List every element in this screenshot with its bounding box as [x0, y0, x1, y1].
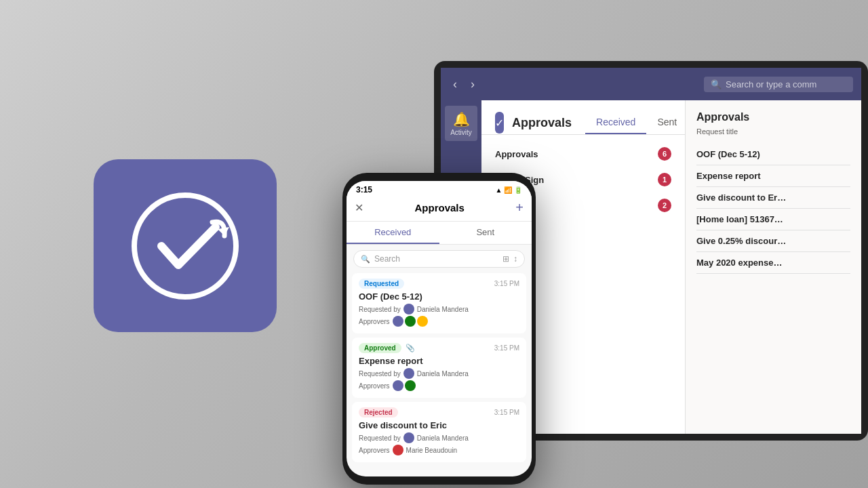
search-input-label[interactable]: Search or type a comm: [726, 79, 816, 89]
item-header-1: Approved 📎 3:15 PM: [359, 343, 519, 353]
search-icon: 🔍: [711, 79, 722, 89]
phone-search-placeholder: Search: [374, 254, 400, 264]
tab-received[interactable]: Received: [585, 111, 646, 134]
avatar-approver-0b: [405, 316, 416, 327]
bell-icon: 🔔: [453, 111, 470, 127]
right-item-5[interactable]: May 2020 expense…: [696, 252, 850, 274]
phone: 3:15 ▲ 📶 🔋 ✕ Approvals + Received Sent 🔍…: [342, 173, 536, 485]
item-title-0: OOF (Dec 5-12): [359, 291, 519, 302]
approvals-icon: ✓: [495, 112, 504, 134]
phone-title: Approvals: [414, 202, 464, 214]
phone-close-button[interactable]: ✕: [355, 201, 363, 214]
avatar-approver-1a: [393, 380, 403, 391]
teams-header: ‹ › 🔍 Search or type a comm: [441, 68, 861, 100]
status-badge-2: Rejected: [359, 407, 398, 418]
approvals-header: ✓ Approvals Received Sent: [481, 100, 685, 135]
item-time-1: 3:15 PM: [494, 344, 519, 352]
nav-back-button[interactable]: ‹: [449, 75, 461, 94]
item-title-1: Expense report: [359, 356, 519, 366]
avatar-1: [403, 368, 414, 379]
phone-screen: 3:15 ▲ 📶 🔋 ✕ Approvals + Received Sent 🔍…: [347, 181, 532, 476]
section-approvals: Approvals 6: [481, 140, 685, 166]
item-meta-requested-by-2: Requested by Daniela Mandera: [359, 432, 519, 443]
phone-status-icons: ▲ 📶 🔋: [496, 186, 522, 194]
avatar-group-1: [393, 380, 416, 391]
filter-icon[interactable]: ⊞: [502, 254, 509, 264]
phone-search-icon: 🔍: [361, 255, 370, 264]
phone-search-bar[interactable]: 🔍 Search ⊞ ↕: [353, 250, 525, 268]
item-time-2: 3:15 PM: [494, 409, 519, 416]
phone-tabs: Received Sent: [347, 222, 532, 245]
avatar-0: [403, 304, 414, 314]
item-meta-approvers-0: Approvers: [359, 316, 519, 327]
right-item-3[interactable]: [Home loan] 51367…: [696, 209, 850, 230]
right-panel-subtitle: Request title: [696, 127, 850, 136]
item-title-2: Give discount to Eric: [359, 420, 519, 430]
phone-tab-sent[interactable]: Sent: [439, 222, 532, 244]
phone-list: Requested 3:15 PM OOF (Dec 5-12) Request…: [347, 273, 532, 476]
right-panel: Approvals Request title OOF (Dec 5-12) E…: [685, 100, 861, 434]
status-badge-1: Approved: [359, 343, 401, 353]
tab-sent[interactable]: Sent: [646, 111, 685, 134]
avatar-approver-2a: [393, 445, 403, 455]
item-meta-approvers-1: Approvers: [359, 380, 519, 391]
item-header-2: Rejected 3:15 PM: [359, 407, 519, 418]
item-header-0: Requested 3:15 PM: [359, 279, 519, 289]
checkmark-icon: ✓: [495, 117, 504, 129]
item-meta-requested-by-0: Requested by Daniela Mandera: [359, 304, 519, 314]
phone-header: ✕ Approvals +: [347, 196, 532, 222]
right-item-0[interactable]: OOF (Dec 5-12): [696, 144, 850, 165]
status-badge-0: Requested: [359, 279, 404, 289]
avatar-2: [403, 432, 414, 443]
phone-add-button[interactable]: +: [515, 200, 524, 216]
avatar-approver-0a: [393, 316, 403, 327]
right-panel-title: Approvals: [696, 111, 850, 123]
search-bar[interactable]: 🔍 Search or type a comm: [704, 77, 853, 92]
avatar-approver-0c: [417, 316, 428, 327]
avatar-group-0: [393, 316, 428, 327]
approvals-title: Approvals: [512, 116, 572, 130]
right-item-1[interactable]: Expense report: [696, 165, 850, 187]
item-meta-approvers-2: Approvers Marie Beaudouin: [359, 445, 519, 455]
phone-tab-received[interactable]: Received: [347, 222, 439, 244]
tabs-row: Received Sent: [585, 111, 685, 134]
item-meta-requested-by-1: Requested by Daniela Mandera: [359, 368, 519, 379]
sidebar-item-activity[interactable]: 🔔 Activity: [445, 106, 477, 141]
app-icon: [94, 159, 277, 332]
svg-point-0: [134, 195, 236, 297]
list-item-0[interactable]: Requested 3:15 PM OOF (Dec 5-12) Request…: [352, 273, 526, 333]
sort-icon[interactable]: ↕: [513, 254, 517, 264]
nav-forward-button[interactable]: ›: [467, 75, 479, 94]
list-item-1[interactable]: Approved 📎 3:15 PM Expense report Reques…: [352, 338, 526, 398]
item-time-0: 3:15 PM: [494, 280, 519, 287]
attachment-icon: 📎: [406, 344, 415, 352]
phone-status-bar: 3:15 ▲ 📶 🔋: [347, 181, 532, 196]
right-item-4[interactable]: Give 0.25% discour…: [696, 230, 850, 252]
phone-time: 3:15: [356, 185, 372, 195]
right-item-2[interactable]: Give discount to Er…: [696, 187, 850, 209]
avatar-approver-1b: [405, 380, 416, 391]
list-item-2[interactable]: Rejected 3:15 PM Give discount to Eric R…: [352, 402, 526, 462]
